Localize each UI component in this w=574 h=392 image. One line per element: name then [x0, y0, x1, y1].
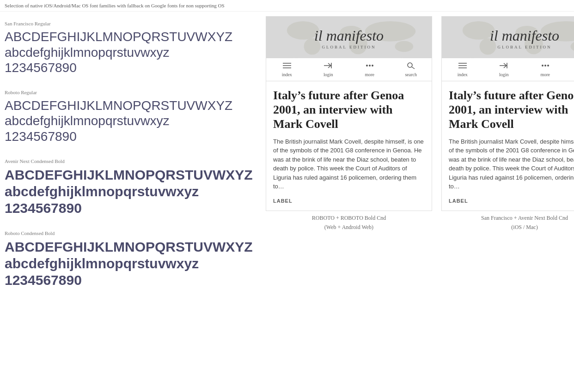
article-title-a: Italy’s future after Genoa 2001, an inte…: [273, 88, 425, 132]
numbers-roboto: 1234567890: [5, 129, 252, 145]
mockup-card-a: il manifesto GLOBAL EDITION index: [266, 16, 432, 211]
svg-point-31: [547, 65, 549, 66]
mockup-article-b: Italy’s future after Genoa 2001, an inte…: [442, 81, 574, 211]
article-body-a: The British journalist Mark Covell, desp…: [273, 137, 425, 191]
card-caption-b-line2: (iOS / Mac): [439, 224, 574, 235]
font-label-sf: San Francisco Regular: [5, 21, 252, 26]
alphabet-lower-avenir: abcdefghijklmnopqrstuvwxyz: [5, 183, 252, 200]
alphabet-upper-roboto: ABCDEFGHIJKLMNOPQRSTUVWXYZ: [5, 98, 252, 114]
numbers-avenir: 1234567890: [5, 200, 252, 217]
alphabet-lower-sf: abcdefghijklmnopqrstuvwxyz: [5, 45, 252, 60]
mockup-logo-sub-a: GLOBAL EDITION: [322, 45, 376, 49]
login-icon-b: [499, 62, 509, 71]
mockup-nav-b: index login more: [442, 58, 574, 81]
svg-point-6: [395, 41, 413, 52]
font-panel: San Francisco Regular ABCDEFGHIJKLMNOPQR…: [0, 16, 256, 307]
font-label-avenir: Avenir Next Condensed Bold: [5, 158, 252, 164]
nav-search-label-a: search: [405, 72, 417, 77]
mockup-nav-a: index login more: [266, 58, 432, 81]
nav-index-a[interactable]: index: [266, 58, 308, 81]
alphabet-lower-roboto-cond: abcdefghijklmnopqrstuvwxyz: [5, 255, 252, 272]
search-icon-a: [406, 62, 416, 71]
menu-icon-a: [282, 62, 292, 71]
nav-search-b[interactable]: search: [566, 58, 574, 81]
alphabet-upper-sf: ABCDEFGHIJKLMNOPQRSTUVWXYZ: [5, 29, 252, 45]
font-section-roboto: Roboto Regular ABCDEFGHIJKLMNOPQRSTUVWXY…: [5, 90, 252, 145]
menu-icon-b: [458, 62, 468, 71]
mockup-logo-b: il manifesto: [490, 28, 559, 43]
login-icon-a: [323, 62, 333, 71]
alphabet-upper-avenir: ABCDEFGHIJKLMNOPQRSTUVWXYZ: [5, 167, 252, 183]
nav-index-b[interactable]: index: [442, 58, 483, 81]
font-section-sf-regular: San Francisco Regular ABCDEFGHIJKLMNOPQR…: [5, 21, 252, 76]
numbers-sf: 1234567890: [5, 60, 252, 76]
card-wrapper-b: il manifesto GLOBAL EDITION index: [439, 16, 574, 307]
svg-point-29: [542, 65, 543, 66]
mockup-logo-a: il manifesto: [314, 28, 384, 43]
article-title-b: Italy’s future after Genoa 2001, an inte…: [449, 88, 574, 132]
svg-point-15: [408, 63, 412, 67]
mockup-logo-sub-b: GLOBAL EDITION: [498, 45, 552, 49]
card-caption-a-line1: ROBOTO + ROBOTO Bold Cnd: [263, 211, 434, 224]
article-body-b: The British journalist Mark Covell, desp…: [449, 137, 574, 191]
numbers-roboto-cond: 1234567890: [5, 272, 252, 289]
card-caption-b-line1: San Francisco + Avenir Next Bold Cnd: [439, 211, 574, 224]
nav-login-b[interactable]: login: [483, 58, 525, 81]
font-label-roboto-cond: Roboto Condensed Bold: [5, 230, 252, 236]
mockup-header-a: il manifesto GLOBAL EDITION: [266, 17, 432, 58]
card-wrapper-a: il manifesto GLOBAL EDITION index: [263, 16, 434, 307]
nav-login-a[interactable]: login: [308, 58, 349, 81]
nav-more-label-b: more: [540, 72, 550, 77]
svg-point-14: [372, 65, 373, 66]
svg-line-16: [412, 67, 415, 69]
top-description: Selection of native iOS/Android/Mac OS f…: [0, 0, 574, 12]
nav-login-label-b: login: [499, 72, 509, 77]
article-label-b: LABEL: [449, 198, 574, 204]
mockup-panel: il manifesto GLOBAL EDITION index: [261, 16, 574, 307]
nav-index-label-b: index: [458, 72, 468, 77]
font-section-avenir: Avenir Next Condensed Bold ABCDEFGHIJKLM…: [5, 158, 252, 217]
alphabet-upper-roboto-cond: ABCDEFGHIJKLMNOPQRSTUVWXYZ: [5, 239, 252, 255]
svg-point-12: [366, 65, 368, 66]
alphabet-lower-roboto: abcdefghijklmnopqrstuvwxyz: [5, 113, 252, 129]
mockup-card-b: il manifesto GLOBAL EDITION index: [441, 16, 574, 211]
nav-more-b[interactable]: more: [525, 58, 566, 81]
mockup-header-b: il manifesto GLOBAL EDITION: [442, 17, 574, 58]
svg-point-13: [369, 65, 371, 66]
nav-index-label-a: index: [282, 72, 292, 77]
more-icon-b: [540, 62, 550, 71]
nav-login-label-a: login: [324, 72, 333, 77]
mockup-article-a: Italy’s future after Genoa 2001, an inte…: [266, 81, 432, 211]
nav-search-a[interactable]: search: [391, 58, 432, 81]
more-icon-a: [365, 62, 375, 71]
article-label-a: LABEL: [273, 198, 425, 204]
font-section-roboto-cond: Roboto Condensed Bold ABCDEFGHIJKLMNOPQR…: [5, 230, 252, 289]
nav-more-label-a: more: [365, 72, 374, 77]
svg-point-30: [544, 65, 546, 66]
font-label-roboto: Roboto Regular: [5, 90, 252, 95]
nav-more-a[interactable]: more: [349, 58, 391, 81]
card-caption-a-line2: (Web + Android Web): [263, 224, 434, 235]
